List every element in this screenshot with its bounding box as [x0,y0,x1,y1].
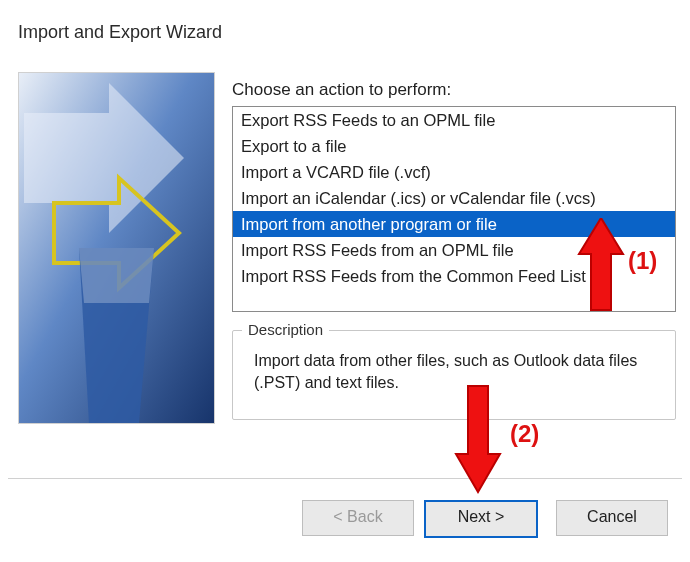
annotation-label-2: (2) [510,420,539,448]
action-item[interactable]: Import an iCalendar (.ics) or vCalendar … [233,185,675,211]
action-item[interactable]: Import RSS Feeds from the Common Feed Li… [233,263,675,289]
description-group: Description Import data from other files… [232,320,674,418]
back-button: < Back [302,500,414,536]
action-listbox[interactable]: Export RSS Feeds to an OPML fileExport t… [232,106,676,312]
action-item[interactable]: Export to a file [233,133,675,159]
svg-marker-4 [79,248,154,303]
button-separator [8,478,682,479]
next-button[interactable]: Next > [424,500,538,538]
description-text: Import data from other files, such as Ou… [254,350,652,394]
button-row: < Back Next > Cancel [0,500,690,538]
window-title: Import and Export Wizard [18,22,222,43]
action-item[interactable]: Import RSS Feeds from an OPML file [233,237,675,263]
description-label: Description [242,321,329,338]
cancel-button[interactable]: Cancel [556,500,668,536]
wizard-window: Import and Export Wizard Ch [0,0,690,562]
wizard-illustration [18,72,215,424]
action-item[interactable]: Import from another program or file [233,211,675,237]
action-item[interactable]: Export RSS Feeds to an OPML file [233,107,675,133]
illustration-svg [19,73,214,423]
action-item[interactable]: Import a VCARD file (.vcf) [233,159,675,185]
action-prompt: Choose an action to perform: [232,80,451,100]
